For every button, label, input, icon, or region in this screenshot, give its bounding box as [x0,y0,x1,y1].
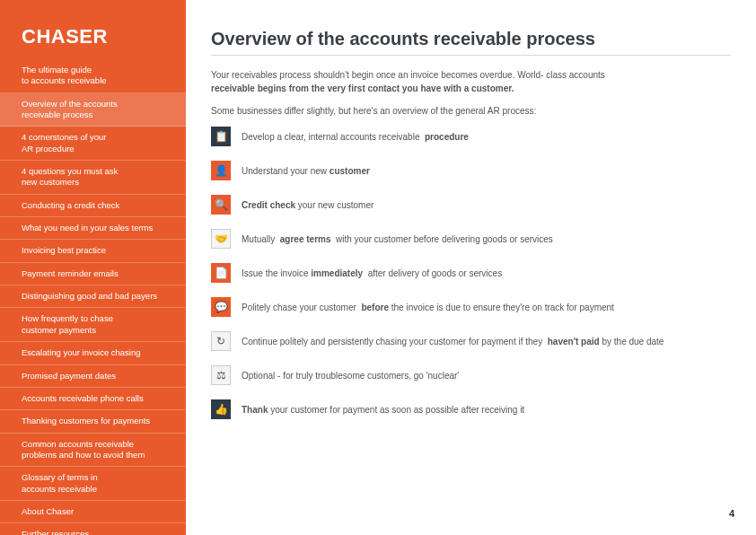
step-icon: 📋 [211,127,231,146]
step-icon: 📄 [211,263,231,283]
nav-item-1[interactable]: Overview of the accountsreceivable proce… [0,93,186,127]
nav-item-16[interactable]: About Chaser [0,501,186,523]
step-text: Thank your customer for payment as soon … [242,405,524,415]
step-text: Continue politely and persistently chasi… [242,337,664,346]
step-text: Mutually agree terms with your customer … [242,234,553,244]
step-text: Optional - for truly troublesome custome… [242,371,459,381]
nav-item-3[interactable]: 4 questions you must asknew customers [0,161,186,195]
logo: CHASER [0,25,186,59]
step-icon: ↻ [211,331,231,351]
step-list: 📋Develop a clear, internal accounts rece… [211,127,731,419]
nav-item-12[interactable]: Accounts receivable phone calls [0,388,186,410]
step-text: Develop a clear, internal accounts recei… [242,132,469,142]
nav-item-17[interactable]: Further resources [0,523,186,535]
main-content: Overview of the accounts receivable proc… [186,0,756,535]
nav-item-11[interactable]: Promised payment dates [0,365,186,388]
step-text: Understand your new customer [242,166,370,176]
divider [211,55,731,56]
step-icon: 💬 [211,297,231,317]
step-text: Credit check your new customer [242,200,374,210]
step-icon: 👍 [211,399,231,419]
step-text: Politely chase your customer before the … [242,303,614,312]
sidebar: CHASER The ultimate guideto accounts rec… [0,0,186,535]
step-5: 💬Politely chase your customer before the… [211,297,731,317]
nav-item-0[interactable]: The ultimate guideto accounts receivable [0,59,186,93]
step-4: 📄Issue the invoice immediately after del… [211,263,731,283]
step-6: ↻Continue politely and persistently chas… [211,331,731,351]
step-icon: 🔍 [211,195,231,215]
nav-item-9[interactable]: How frequently to chasecustomer payments [0,308,186,342]
nav-item-7[interactable]: Payment reminder emails [0,263,186,285]
step-icon: 🤝 [211,229,231,249]
step-8: 👍Thank your customer for payment as soon… [211,399,731,419]
step-7: ⚖Optional - for truly troublesome custom… [211,365,731,385]
page-title: Overview of the accounts receivable proc… [211,29,731,49]
nav-item-13[interactable]: Thanking customers for payments [0,410,186,433]
step-0: 📋Develop a clear, internal accounts rece… [211,127,731,146]
step-3: 🤝Mutually agree terms with your customer… [211,229,731,249]
intro-text: Your receivables process shouldn't begin… [211,68,731,95]
step-1: 👤Understand your new customer [211,161,731,180]
nav-item-5[interactable]: What you need in your sales terms [0,217,186,240]
nav-list: The ultimate guideto accounts receivable… [0,59,186,535]
subintro-text: Some businesses differ slightly, but her… [211,104,731,118]
nav-item-2[interactable]: 4 cornerstones of yourAR procedure [0,127,186,161]
nav-item-4[interactable]: Conducting a credit check [0,195,186,217]
step-2: 🔍Credit check your new customer [211,195,731,215]
step-text: Issue the invoice immediately after deli… [242,268,502,278]
nav-item-6[interactable]: Invoicing best practice [0,240,186,262]
nav-item-14[interactable]: Common accounts receivableproblems and h… [0,434,186,468]
step-icon: 👤 [211,161,231,180]
page-number: 4 [729,508,734,519]
nav-item-10[interactable]: Escalating your invoice chasing [0,342,186,364]
nav-item-15[interactable]: Glossary of terms inaccounts receivable [0,467,186,501]
step-icon: ⚖ [211,365,231,385]
nav-item-8[interactable]: Distinguishing good and bad payers [0,285,186,308]
